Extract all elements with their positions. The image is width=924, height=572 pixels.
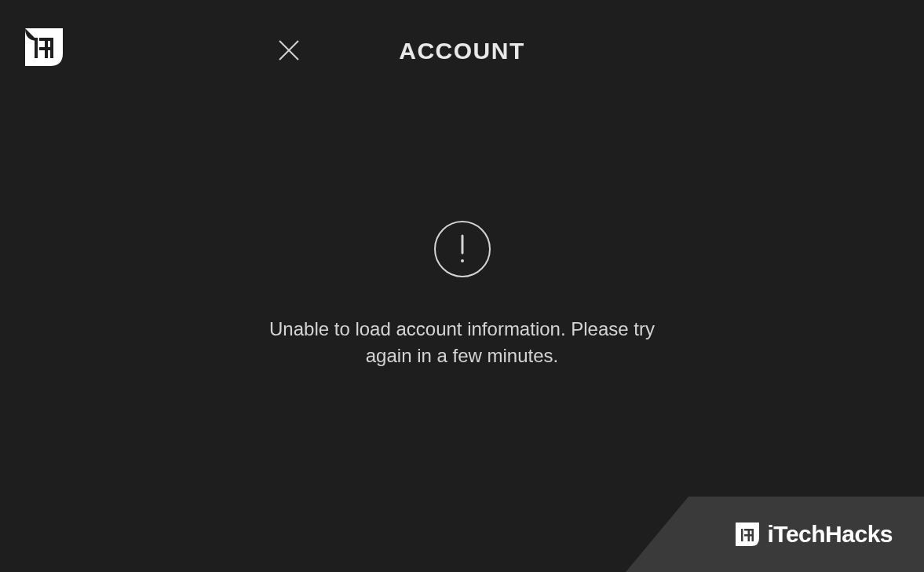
watermark-ribbon: iTechHacks — [626, 497, 924, 572]
watermark-text: iTechHacks — [767, 521, 893, 548]
svg-rect-14 — [744, 534, 754, 537]
error-content: Unable to load account information. Plea… — [0, 220, 924, 368]
svg-point-9 — [461, 259, 464, 262]
watermark-logo-icon — [732, 519, 762, 549]
error-message: Unable to load account information. Plea… — [266, 316, 659, 368]
alert-icon — [433, 220, 491, 278]
svg-rect-10 — [741, 529, 743, 541]
page-title: ACCOUNT — [0, 38, 924, 64]
watermark-content: iTechHacks — [732, 519, 893, 549]
